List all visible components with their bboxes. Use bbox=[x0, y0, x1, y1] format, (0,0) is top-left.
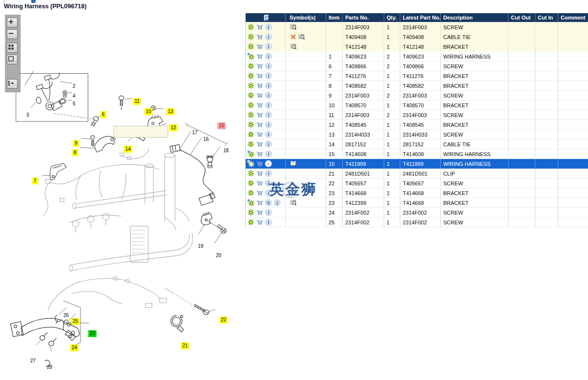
callout-25[interactable]: 25 bbox=[71, 318, 79, 325]
info-icon[interactable]: i bbox=[265, 111, 272, 119]
callout-18[interactable]: 18 bbox=[222, 147, 230, 154]
table-row[interactable]: i252314F00212314F002SCREW bbox=[246, 218, 588, 227]
table-row[interactable]: iT4094081T409408CABLE TIE bbox=[246, 32, 588, 42]
gear-badge-icon[interactable] bbox=[247, 53, 255, 60]
table-row[interactable]: i242314F00212314F002SCREW bbox=[246, 208, 588, 218]
callout-19[interactable]: 19 bbox=[196, 243, 205, 250]
table-row[interactable]: i8T4085821T408582BRACKET bbox=[246, 81, 588, 91]
callout-9[interactable]: 9 bbox=[73, 140, 79, 147]
info-icon[interactable]: i bbox=[265, 33, 272, 40]
cart-icon[interactable] bbox=[256, 92, 263, 99]
cart-icon[interactable] bbox=[256, 53, 263, 60]
gear-icon[interactable] bbox=[247, 72, 255, 80]
column-header-cut_out[interactable]: Cut Out bbox=[509, 13, 535, 22]
cart-icon[interactable] bbox=[256, 62, 263, 70]
gear-icon[interactable] bbox=[247, 23, 255, 31]
callout-26[interactable]: 26 bbox=[62, 312, 70, 319]
column-header-cut_in[interactable]: Cut In bbox=[535, 13, 558, 22]
column-header-actions[interactable] bbox=[246, 13, 286, 22]
info-icon[interactable]: i bbox=[265, 209, 272, 216]
table-row[interactable]: i212481D50112481D501CLIP bbox=[246, 169, 588, 179]
callout-14[interactable]: 14 bbox=[124, 146, 132, 153]
info-icon[interactable]: i bbox=[265, 170, 272, 177]
table-row[interactable]: i14281715212817152CABLE TIE bbox=[246, 140, 588, 149]
info-icon[interactable]: i bbox=[265, 140, 272, 148]
callout-12[interactable]: 12 bbox=[169, 124, 177, 131]
callout-4[interactable]: 4 bbox=[71, 93, 77, 100]
s-icon[interactable]: S bbox=[265, 199, 272, 206]
table-row[interactable]: i7T4112761T411276BRACKET bbox=[246, 71, 588, 81]
cart-icon[interactable] bbox=[256, 72, 263, 80]
callout-16[interactable]: 16 bbox=[202, 136, 210, 143]
table-row[interactable]: i15T4146081T414608WIRING HARNESS bbox=[246, 149, 588, 159]
book-icon[interactable] bbox=[290, 23, 297, 31]
callout-3[interactable]: 3 bbox=[25, 112, 31, 119]
callout-2[interactable]: 2 bbox=[71, 83, 77, 90]
table-row[interactable]: i112314F00322314F003SCREW bbox=[246, 110, 588, 120]
table-row[interactable]: i1T4096232T409623WIRING HARNESS bbox=[246, 52, 588, 61]
column-header-comment[interactable]: Comment bbox=[558, 13, 588, 22]
cart-icon[interactable] bbox=[256, 209, 263, 216]
callout-24[interactable]: 24 bbox=[70, 344, 78, 351]
info-icon[interactable]: i bbox=[265, 219, 272, 226]
info-icon[interactable]: i bbox=[265, 160, 272, 167]
cart-icon[interactable] bbox=[256, 111, 263, 119]
cart-icon[interactable] bbox=[256, 33, 263, 40]
gear-icon[interactable] bbox=[247, 121, 255, 128]
callout-11[interactable]: 11 bbox=[133, 98, 141, 105]
table-row[interactable]: i132314H03312314H033SCREW bbox=[246, 130, 588, 140]
table-row[interactable]: i92314F00322314F003SCREW bbox=[246, 91, 588, 100]
info-icon[interactable]: i bbox=[265, 53, 272, 60]
callout-21[interactable]: 21 bbox=[181, 342, 189, 349]
book-icon[interactable] bbox=[290, 43, 297, 50]
cart-icon[interactable] bbox=[256, 160, 263, 167]
zoom-in-button[interactable] bbox=[7, 18, 18, 27]
column-header-parts_no[interactable]: Parts No. bbox=[343, 13, 384, 22]
fit-all-button[interactable] bbox=[7, 43, 18, 53]
table-row[interactable]: i10T4085701T408570BRACKET bbox=[246, 100, 588, 110]
table-row[interactable]: Si23T4123991T414668BRACKET bbox=[246, 198, 588, 208]
info-icon[interactable]: i bbox=[265, 131, 272, 138]
table-row[interactable]: i2314F00312314F003SCREW bbox=[246, 22, 588, 32]
cart-icon[interactable] bbox=[256, 131, 263, 138]
cart-icon[interactable] bbox=[256, 180, 263, 187]
cart-icon[interactable] bbox=[256, 101, 263, 109]
callout-22[interactable]: 22 bbox=[219, 317, 228, 323]
column-header-item[interactable]: Item bbox=[326, 13, 343, 22]
gear-icon[interactable] bbox=[247, 62, 255, 70]
callout-5[interactable]: 5 bbox=[71, 100, 77, 107]
info-icon[interactable]: i bbox=[265, 92, 272, 99]
gear-icon[interactable] bbox=[247, 43, 255, 50]
gear-icon[interactable] bbox=[247, 140, 255, 148]
column-header-symbols[interactable]: Symbol(s) bbox=[286, 13, 326, 22]
info-icon[interactable]: i bbox=[265, 150, 272, 158]
table-row[interactable]: i23T4146681T414668BRACKET bbox=[246, 188, 588, 198]
cart-icon[interactable] bbox=[256, 189, 263, 197]
table-row[interactable]: i22T4056571T405657SCREW bbox=[246, 179, 588, 188]
cart-icon[interactable] bbox=[256, 82, 263, 89]
gear-icon[interactable] bbox=[247, 33, 255, 40]
callout-28[interactable]: 28 bbox=[45, 364, 54, 371]
book-icon[interactable] bbox=[298, 33, 305, 40]
info-icon[interactable]: i bbox=[265, 43, 272, 50]
gear-icon[interactable] bbox=[247, 82, 255, 89]
book-icon[interactable] bbox=[290, 160, 297, 167]
book-icon[interactable] bbox=[290, 199, 297, 206]
cart-icon[interactable] bbox=[256, 121, 263, 128]
callout-15[interactable]: 15 bbox=[217, 122, 226, 129]
gear-icon[interactable] bbox=[247, 92, 255, 99]
callout-6[interactable]: 6 bbox=[100, 111, 106, 118]
gear-icon[interactable] bbox=[247, 131, 255, 138]
info-icon[interactable]: i bbox=[265, 101, 272, 109]
callout-17[interactable]: 17 bbox=[191, 129, 199, 136]
column-header-latest_part_no[interactable]: Latest Part No. bbox=[400, 13, 441, 22]
callout-27[interactable]: 27 bbox=[29, 358, 37, 364]
info-icon[interactable]: i bbox=[274, 199, 281, 206]
cart-icon[interactable] bbox=[256, 43, 263, 50]
cart-icon[interactable] bbox=[256, 219, 263, 226]
table-row[interactable]: i15T4119991T411999WIRING HARNESS bbox=[246, 159, 588, 169]
cart-icon[interactable] bbox=[256, 140, 263, 148]
table-row[interactable]: iT4121481T412148BRACKET bbox=[246, 42, 588, 52]
toggle-list-button[interactable] bbox=[7, 79, 18, 89]
info-icon[interactable]: i bbox=[265, 62, 272, 70]
